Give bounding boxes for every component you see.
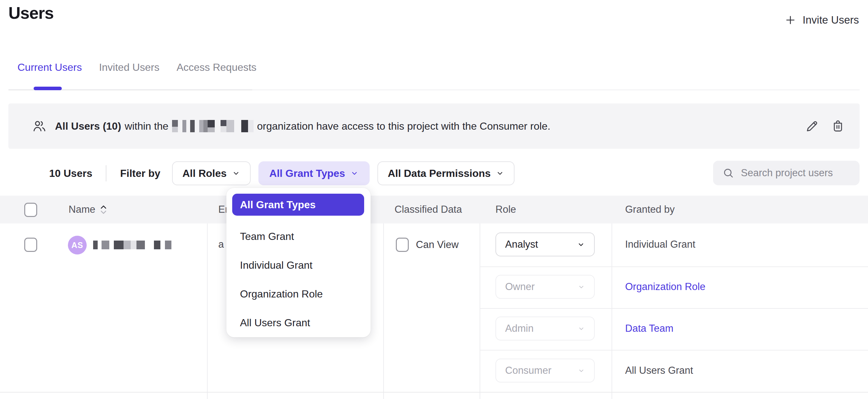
users-count: 10 Users xyxy=(49,167,92,180)
menu-item-all-grant-types[interactable]: All Grant Types xyxy=(232,194,364,216)
table-body: AS a Can View Analyst Owner Admin xyxy=(0,223,868,399)
banner-text: All Users (10) within the organization h… xyxy=(55,120,551,132)
grant-types-filter-dropdown[interactable]: All Grant Types xyxy=(258,161,370,185)
invite-users-button[interactable]: Invite Users xyxy=(784,11,859,29)
data-permissions-filter-dropdown[interactable]: All Data Permissions xyxy=(377,161,515,185)
banner-text-after: organization have access to this project… xyxy=(257,120,551,132)
name-header-label: Name xyxy=(68,204,95,215)
role-select-owner: Owner xyxy=(495,275,595,299)
roles-filter-label: All Roles xyxy=(182,167,227,180)
avatar: AS xyxy=(68,236,87,254)
menu-item-individual-grant[interactable]: Individual Grant xyxy=(226,251,371,280)
granted-by-header-label: Granted by xyxy=(625,204,675,215)
column-divider xyxy=(383,223,384,399)
chevron-down-icon xyxy=(232,169,240,178)
data-permissions-filter-label: All Data Permissions xyxy=(388,167,491,180)
banner-bold-text: All Users (10) xyxy=(55,120,121,132)
edit-all-users-button[interactable] xyxy=(805,119,819,133)
tab-access-requests[interactable]: Access Requests xyxy=(177,61,256,73)
column-divider xyxy=(612,223,612,399)
tab-bar: Current Users Invited Users Access Reque… xyxy=(18,61,256,73)
role-select-value: Owner xyxy=(505,281,534,293)
column-header-name[interactable]: Name xyxy=(68,195,107,223)
tab-invited-users[interactable]: Invited Users xyxy=(99,61,159,73)
grant-types-menu: All Grant Types Team Grant Individual Gr… xyxy=(226,188,371,337)
role-select-value: Admin xyxy=(505,323,534,334)
column-divider xyxy=(479,223,480,399)
page-title: Users xyxy=(8,3,54,23)
chevron-down-icon xyxy=(578,325,585,332)
column-header-role: Role xyxy=(495,195,516,223)
banner-actions xyxy=(805,119,845,133)
tab-current-users[interactable]: Current Users xyxy=(18,61,82,73)
filter-divider xyxy=(106,165,106,181)
can-view-checkbox[interactable] xyxy=(396,238,409,252)
search-icon xyxy=(722,167,735,179)
granted-by-individual-grant: Individual Grant xyxy=(625,233,695,256)
can-view-label: Can View xyxy=(416,239,459,251)
users-page: Users Invite Users Current Users Invited… xyxy=(0,0,868,399)
grant-row-divider xyxy=(479,308,868,309)
users-group-icon xyxy=(32,118,47,134)
redacted-org-name xyxy=(172,120,253,132)
chevron-down-icon xyxy=(577,241,585,249)
pencil-icon xyxy=(805,119,819,133)
all-users-banner: All Users (10) within the organization h… xyxy=(8,103,860,149)
granted-by-data-team-link[interactable]: Data Team xyxy=(625,316,673,340)
active-tab-indicator xyxy=(34,87,62,90)
search-input[interactable] xyxy=(741,167,848,179)
role-select-consumer: Consumer xyxy=(495,359,595,382)
menu-item-organization-role[interactable]: Organization Role xyxy=(226,280,371,308)
select-all-checkbox[interactable] xyxy=(24,203,37,217)
role-select-analyst[interactable]: Analyst xyxy=(495,233,595,256)
grant-row-divider xyxy=(479,267,868,267)
row-divider xyxy=(0,392,868,393)
invite-users-label: Invite Users xyxy=(803,14,859,26)
filter-by-label: Filter by xyxy=(120,167,160,180)
classified-data-cell: Can View xyxy=(396,238,459,252)
granted-by-organization-role-link[interactable]: Organization Role xyxy=(625,275,705,299)
banner-text-before: within the xyxy=(125,120,168,132)
chevron-down-icon xyxy=(578,367,585,374)
grant-types-filter-label: All Grant Types xyxy=(269,167,345,180)
granted-by-all-users-grant: All Users Grant xyxy=(625,359,693,382)
roles-filter-dropdown[interactable]: All Roles xyxy=(172,161,251,185)
column-header-granted-by: Granted by xyxy=(625,195,675,223)
chevron-down-icon xyxy=(496,169,504,178)
redacted-user-name xyxy=(93,241,172,249)
column-divider xyxy=(207,223,208,399)
role-header-label: Role xyxy=(495,204,516,215)
table-header: Name Email Classified Data Role Granted … xyxy=(0,195,868,223)
menu-item-team-grant[interactable]: Team Grant xyxy=(226,222,371,251)
grant-row-divider xyxy=(479,350,868,350)
menu-item-all-users-grant[interactable]: All Users Grant xyxy=(226,308,371,337)
search-box xyxy=(713,161,860,185)
chevron-down-icon xyxy=(350,169,359,178)
classified-header-label: Classified Data xyxy=(395,204,462,215)
filter-bar: 10 Users Filter by All Roles All Grant T… xyxy=(49,161,515,186)
sort-icon xyxy=(100,205,107,214)
role-select-value: Consumer xyxy=(505,365,551,376)
column-header-classified-data: Classified Data xyxy=(395,195,462,223)
row-checkbox[interactable] xyxy=(24,238,37,252)
trash-icon xyxy=(831,119,845,133)
delete-all-users-button[interactable] xyxy=(831,119,845,133)
role-select-admin: Admin xyxy=(495,316,595,340)
role-select-value: Analyst xyxy=(505,239,538,250)
plus-icon xyxy=(784,14,796,26)
chevron-down-icon xyxy=(578,283,585,291)
email-visible-text: a xyxy=(218,239,224,250)
